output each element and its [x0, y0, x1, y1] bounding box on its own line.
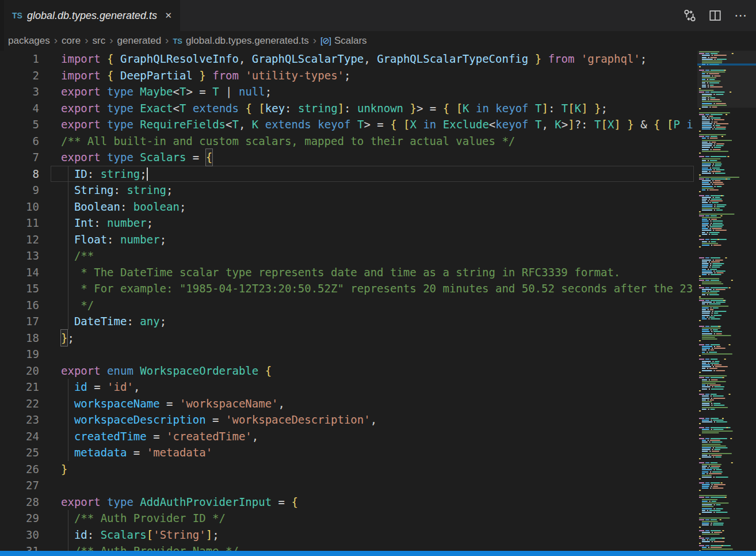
code-line[interactable]: 4export type Exact<T extends { [key: str… — [0, 100, 694, 117]
code-line[interactable]: 15 * For example: "1985-04-12T23:20:50.5… — [0, 280, 694, 297]
breadcrumb-item-src[interactable]: src — [93, 35, 106, 47]
code-text: * The DateTime scalar type represents da… — [61, 264, 620, 281]
line-number[interactable]: 22 — [0, 395, 39, 412]
chevron-right-icon: › — [165, 34, 169, 47]
line-number[interactable]: 24 — [0, 428, 39, 445]
line-number[interactable]: 25 — [0, 444, 39, 461]
code-text: metadata = 'metadata' — [61, 444, 212, 461]
line-number[interactable]: 29 — [0, 510, 39, 527]
line-number[interactable]: 18 — [0, 330, 39, 346]
code-line[interactable]: 24 createdTime = 'createdTime', — [0, 428, 694, 445]
typescript-file-icon: TS — [173, 37, 182, 45]
line-number[interactable]: 17 — [0, 313, 39, 330]
code-area[interactable]: 1import { GraphQLResolveInfo, GraphQLSca… — [0, 51, 694, 551]
code-line[interactable]: 20export enum WorkspaceOrderable { — [0, 363, 694, 379]
line-number[interactable]: 14 — [0, 264, 39, 281]
line-number[interactable]: 23 — [0, 412, 39, 428]
line-number[interactable]: 9 — [0, 182, 39, 199]
close-tab-icon[interactable]: ✕ — [162, 9, 174, 22]
line-number[interactable]: 11 — [0, 215, 39, 231]
code-line[interactable]: 3export type Maybe<T> = T | null; — [0, 83, 694, 100]
line-number[interactable]: 8 — [0, 166, 39, 182]
breadcrumb-item-generated[interactable]: generated — [117, 35, 162, 47]
code-text: DateTime: any; — [61, 313, 166, 330]
code-line[interactable]: 8 ID: string; — [0, 166, 694, 182]
line-number[interactable]: 6 — [0, 133, 39, 150]
code-text: export type Scalars = { — [61, 149, 212, 166]
breadcrumb-item-core[interactable]: core — [62, 35, 81, 47]
line-number[interactable]: 27 — [0, 477, 39, 494]
editor-actions: ⋯ — [681, 0, 756, 31]
breadcrumb: packages›core›src›generated›TSglobal.db.… — [0, 31, 756, 51]
line-number[interactable]: 15 — [0, 280, 39, 297]
code-line[interactable]: 5export type RequireFields<T, K extends … — [0, 116, 694, 133]
tab-bar: TS global.db.types.generated.ts ✕ — [0, 0, 756, 31]
tab-global-db-types[interactable]: TS global.db.types.generated.ts ✕ — [4, 0, 180, 31]
code-line[interactable]: 10 Boolean: boolean; — [0, 199, 694, 215]
code-line[interactable]: 1import { GraphQLResolveInfo, GraphQLSca… — [0, 51, 694, 67]
code-line[interactable]: 17 DateTime: any; — [0, 313, 694, 330]
breadcrumb-item-symbol[interactable]: Scalars — [334, 35, 367, 47]
code-line[interactable]: 31 /** Auth Provider Name */ — [0, 543, 694, 551]
line-number[interactable]: 5 — [0, 116, 39, 133]
code-line[interactable]: 27 — [0, 477, 694, 494]
line-number[interactable]: 26 — [0, 461, 39, 478]
line-number[interactable]: 16 — [0, 297, 39, 314]
line-number[interactable]: 7 — [0, 149, 39, 166]
minimap[interactable] — [697, 51, 756, 551]
code-text: /** All built-in and custom scalars, map… — [61, 133, 515, 150]
code-line[interactable]: 12 Float: number; — [0, 231, 694, 248]
line-number[interactable]: 10 — [0, 199, 39, 215]
split-editor-icon — [708, 9, 722, 22]
line-number[interactable]: 13 — [0, 247, 39, 264]
code-line[interactable]: 23 workspaceDescription = 'workspaceDesc… — [0, 412, 694, 428]
line-number[interactable]: 28 — [0, 494, 39, 511]
line-number[interactable]: 2 — [0, 67, 39, 84]
code-line[interactable]: 26} — [0, 461, 694, 478]
code-line[interactable]: 18}; — [0, 330, 694, 346]
open-changes-icon — [683, 9, 697, 22]
breadcrumb-item-packages[interactable]: packages — [8, 35, 50, 47]
code-line[interactable]: 13 /** — [0, 247, 694, 264]
split-editor-button[interactable] — [707, 7, 724, 24]
editor-pane[interactable]: 1import { GraphQLResolveInfo, GraphQLSca… — [0, 51, 756, 551]
line-number[interactable]: 20 — [0, 363, 39, 379]
open-changes-button[interactable] — [681, 7, 698, 24]
code-line[interactable]: 9 String: string; — [0, 182, 694, 199]
code-line[interactable]: 25 metadata = 'metadata' — [0, 444, 694, 461]
code-line[interactable]: 22 workspaceName = 'workspaceName', — [0, 395, 694, 412]
code-text: Int: number; — [61, 215, 153, 231]
code-line[interactable]: 30 id: Scalars['String']; — [0, 527, 694, 543]
code-line[interactable]: 21 id = 'id', — [0, 379, 694, 395]
line-number[interactable]: 4 — [0, 100, 39, 117]
chevron-right-icon: › — [313, 34, 316, 47]
code-text: ID: string; — [61, 166, 147, 182]
more-actions-button[interactable]: ⋯ — [732, 7, 749, 24]
line-number[interactable]: 30 — [0, 527, 39, 543]
line-number[interactable]: 1 — [0, 51, 39, 67]
line-number[interactable]: 21 — [0, 379, 39, 395]
code-text: createdTime = 'createdTime', — [61, 428, 258, 445]
line-number[interactable]: 31 — [0, 543, 39, 551]
code-line[interactable]: 11 Int: number; — [0, 215, 694, 231]
code-text: import { DeepPartial } from 'utility-typ… — [61, 67, 350, 84]
line-number[interactable]: 3 — [0, 83, 39, 100]
code-text: * For example: "1985-04-12T23:20:50.52Z"… — [61, 280, 694, 297]
code-line[interactable]: 14 * The DateTime scalar type represents… — [0, 264, 694, 281]
code-text: } — [61, 461, 67, 478]
code-line[interactable]: 7export type Scalars = { — [0, 149, 694, 166]
statusbar-top-sliver — [0, 551, 756, 556]
code-text: export type Maybe<T> = T | null; — [61, 83, 272, 100]
code-line[interactable]: 16 */ — [0, 297, 694, 314]
code-line[interactable]: 19 — [0, 346, 694, 363]
code-line[interactable]: 6/** All built-in and custom scalars, ma… — [0, 133, 694, 150]
line-number[interactable]: 19 — [0, 346, 39, 363]
window-edge — [0, 0, 4, 51]
breadcrumb-item-file[interactable]: global.db.types.generated.ts — [186, 35, 309, 47]
code-line[interactable]: 28export type AddAuthProviderInput = { — [0, 494, 694, 511]
line-number[interactable]: 12 — [0, 231, 39, 248]
code-line[interactable]: 29 /** Auth Provider ID */ — [0, 510, 694, 527]
code-text: workspaceDescription = 'workspaceDescrip… — [61, 412, 377, 428]
code-line[interactable]: 2import { DeepPartial } from 'utility-ty… — [0, 67, 694, 84]
code-text: id = 'id', — [61, 379, 140, 395]
